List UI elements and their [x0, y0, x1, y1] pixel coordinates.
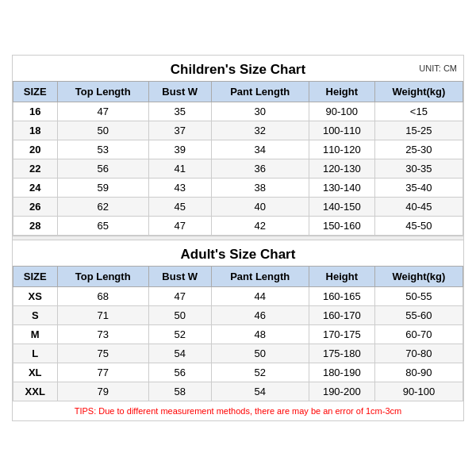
size-cell: 28: [13, 217, 58, 236]
size-cell: XL: [13, 363, 58, 382]
size-cell: 16: [13, 102, 58, 121]
col-header-size: SIZE: [13, 82, 58, 102]
data-cell: 90-100: [374, 382, 463, 401]
data-cell: 47: [57, 102, 148, 121]
adult-col-header-size: SIZE: [13, 267, 58, 287]
adult-size-table: SIZE Top Length Bust W Pant Length Heigh…: [13, 266, 463, 401]
data-cell: 50: [148, 306, 211, 325]
data-cell: 170-175: [309, 325, 374, 344]
table-row: XXL795854190-20090-100: [13, 382, 463, 401]
data-cell: 150-160: [309, 217, 374, 236]
data-cell: 53: [57, 140, 148, 159]
data-cell: 40: [211, 198, 309, 217]
data-cell: 52: [211, 363, 309, 382]
data-cell: 75: [57, 344, 148, 363]
data-cell: 70-80: [374, 344, 463, 363]
data-cell: 43: [148, 178, 211, 198]
adult-section-title: Adult's Size Chart: [13, 240, 463, 266]
table-row: 26624540140-15040-45: [13, 198, 463, 217]
data-cell: 35-40: [374, 178, 463, 198]
data-cell: 52: [148, 325, 211, 344]
data-cell: 68: [57, 287, 148, 306]
data-cell: 56: [148, 363, 211, 382]
data-cell: 34: [211, 140, 309, 159]
data-cell: 54: [211, 382, 309, 401]
table-row: XS684744160-16550-55: [13, 287, 463, 306]
adult-col-header-top-length: Top Length: [57, 267, 148, 287]
unit-label: UNIT: CM: [419, 63, 457, 73]
data-cell: 80-90: [374, 363, 463, 382]
data-cell: 58: [148, 382, 211, 401]
data-cell: 37: [148, 121, 211, 140]
data-cell: 50-55: [374, 287, 463, 306]
children-header-row: SIZE Top Length Bust W Pant Length Heigh…: [13, 82, 463, 102]
size-cell: L: [13, 344, 58, 363]
data-cell: 60-70: [374, 325, 463, 344]
data-cell: 47: [148, 287, 211, 306]
data-cell: 77: [57, 363, 148, 382]
size-cell: 18: [13, 121, 58, 140]
data-cell: 44: [211, 287, 309, 306]
data-cell: 41: [148, 159, 211, 178]
children-title-text: Children's Size Chart: [171, 62, 305, 77]
data-cell: 15-25: [374, 121, 463, 140]
data-cell: 47: [148, 217, 211, 236]
size-chart-container: Children's Size Chart UNIT: CM SIZE Top …: [12, 55, 464, 421]
children-table-body: 1647353090-100<1518503732100-11015-25205…: [13, 102, 463, 236]
table-row: M735248170-17560-70: [13, 325, 463, 344]
data-cell: 48: [211, 325, 309, 344]
size-cell: 22: [13, 159, 58, 178]
data-cell: 120-130: [309, 159, 374, 178]
adult-col-header-pant-length: Pant Length: [211, 267, 309, 287]
data-cell: 130-140: [309, 178, 374, 198]
data-cell: 62: [57, 198, 148, 217]
data-cell: 50: [211, 344, 309, 363]
table-row: L755450175-18070-80: [13, 344, 463, 363]
tips-text: TIPS: Due to different measurement metho…: [13, 401, 463, 420]
adult-title-text: Adult's Size Chart: [181, 247, 296, 262]
data-cell: 32: [211, 121, 309, 140]
col-header-height: Height: [309, 82, 374, 102]
data-cell: 160-170: [309, 306, 374, 325]
table-row: XL775652180-19080-90: [13, 363, 463, 382]
data-cell: 190-200: [309, 382, 374, 401]
size-cell: XS: [13, 287, 58, 306]
children-size-table: SIZE Top Length Bust W Pant Length Heigh…: [13, 81, 463, 236]
data-cell: 56: [57, 159, 148, 178]
size-cell: M: [13, 325, 58, 344]
data-cell: 54: [148, 344, 211, 363]
adult-col-header-bust-w: Bust W: [148, 267, 211, 287]
adult-col-header-weight: Weight(kg): [374, 267, 463, 287]
table-row: 22564136120-13030-35: [13, 159, 463, 178]
data-cell: 30: [211, 102, 309, 121]
data-cell: 73: [57, 325, 148, 344]
data-cell: 55-60: [374, 306, 463, 325]
table-row: 1647353090-100<15: [13, 102, 463, 121]
data-cell: 38: [211, 178, 309, 198]
data-cell: 39: [148, 140, 211, 159]
data-cell: 25-30: [374, 140, 463, 159]
data-cell: 46: [211, 306, 309, 325]
data-cell: 100-110: [309, 121, 374, 140]
size-cell: S: [13, 306, 58, 325]
col-header-weight: Weight(kg): [374, 82, 463, 102]
data-cell: 30-35: [374, 159, 463, 178]
col-header-top-length: Top Length: [57, 82, 148, 102]
table-row: 24594338130-14035-40: [13, 178, 463, 198]
data-cell: 140-150: [309, 198, 374, 217]
children-section-title: Children's Size Chart UNIT: CM: [13, 56, 463, 81]
data-cell: 65: [57, 217, 148, 236]
data-cell: 45-50: [374, 217, 463, 236]
table-row: S715046160-17055-60: [13, 306, 463, 325]
size-cell: 26: [13, 198, 58, 217]
data-cell: 45: [148, 198, 211, 217]
data-cell: 36: [211, 159, 309, 178]
data-cell: 71: [57, 306, 148, 325]
adult-header-row: SIZE Top Length Bust W Pant Length Heigh…: [13, 267, 463, 287]
size-cell: XXL: [13, 382, 58, 401]
data-cell: 175-180: [309, 344, 374, 363]
col-header-bust-w: Bust W: [148, 82, 211, 102]
table-row: 20533934110-12025-30: [13, 140, 463, 159]
adult-table-body: XS684744160-16550-55S715046160-17055-60M…: [13, 287, 463, 401]
data-cell: <15: [374, 102, 463, 121]
